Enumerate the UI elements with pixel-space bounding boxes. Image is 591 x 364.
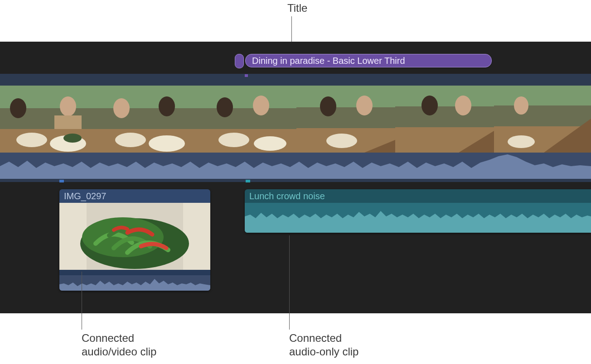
svg-point-22 [254, 136, 286, 151]
svg-point-14 [115, 133, 146, 147]
audio-clip-connection-marker [246, 180, 250, 182]
svg-point-19 [253, 96, 269, 115]
title-connection-marker [245, 74, 248, 77]
svg-point-12 [159, 96, 175, 116]
svg-rect-17 [198, 86, 296, 108]
svg-point-2 [10, 98, 26, 118]
filmstrip-thumbnail [296, 86, 395, 153]
svg-point-21 [218, 133, 249, 147]
svg-point-18 [217, 97, 233, 117]
connected-audio-only-clip-waveform [245, 203, 591, 233]
svg-point-36 [514, 96, 528, 115]
svg-rect-30 [395, 86, 494, 106]
timeline-panel[interactable]: Dining in paradise - Basic Lower Third [0, 42, 591, 313]
svg-point-28 [326, 134, 357, 148]
storyline-audio-waveform[interactable] [0, 153, 591, 179]
svg-rect-24 [296, 86, 395, 107]
annotation-connected-audio-only-label: Connected audio-only clip [289, 331, 407, 359]
title-clip[interactable]: Dining in paradise - Basic Lower Third [245, 54, 492, 67]
svg-point-15 [149, 135, 185, 152]
svg-rect-35 [494, 86, 591, 105]
svg-point-6 [16, 133, 47, 147]
title-clip-left-segment[interactable] [235, 54, 244, 68]
connected-av-clip-label: IMG_0297 [59, 189, 210, 203]
annotation-connected-av-label: Connected audio/video clip [82, 331, 199, 359]
storyline-video-filmstrip[interactable] [0, 86, 591, 153]
svg-point-25 [320, 96, 336, 116]
connected-av-clip-thumbnail [59, 203, 210, 270]
svg-point-38 [508, 135, 535, 148]
svg-point-11 [113, 98, 130, 118]
svg-point-3 [60, 96, 76, 116]
filmstrip-thumbnail [198, 86, 296, 153]
annotation-title-label: Title [287, 2, 307, 14]
svg-point-32 [455, 96, 471, 115]
filmstrip-thumbnail [99, 86, 198, 153]
svg-point-8 [63, 134, 82, 143]
svg-point-31 [421, 96, 438, 115]
annotation-av-leader [82, 272, 82, 330]
annotation-audio-only-leader [289, 235, 290, 330]
annotation-title-leader [291, 16, 292, 42]
connected-audio-only-clip-label: Lunch crowd noise [245, 189, 591, 203]
filmstrip-thumbnail [0, 86, 99, 153]
svg-rect-10 [99, 86, 198, 108]
filmstrip-thumbnail [494, 86, 591, 153]
svg-point-26 [356, 96, 373, 115]
av-clip-connection-marker [59, 180, 64, 182]
filmstrip-thumbnail [395, 86, 494, 153]
title-clip-label: Dining in paradise - Basic Lower Third [252, 56, 405, 66]
connected-audio-only-clip[interactable]: Lunch crowd noise [245, 189, 591, 233]
svg-rect-45 [183, 203, 210, 270]
